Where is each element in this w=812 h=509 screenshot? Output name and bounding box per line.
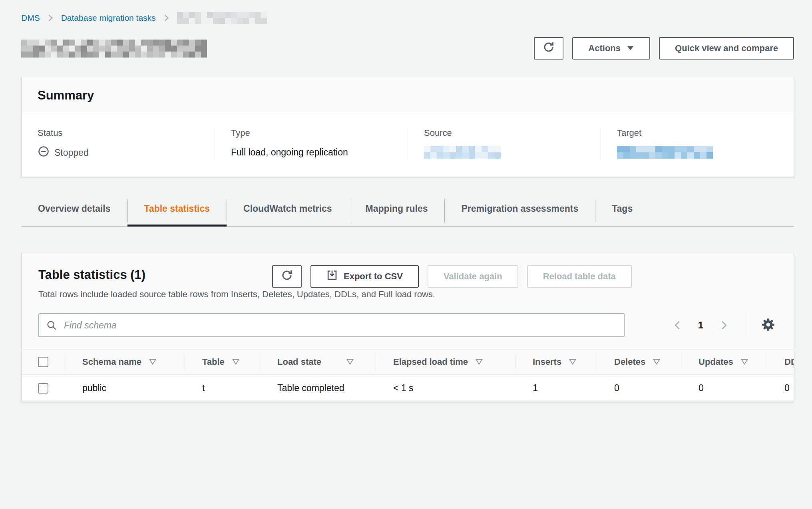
breadcrumb-link-tasks[interactable]: Database migration tasks [61,13,156,23]
breadcrumb: DMS Database migration tasks [21,12,794,24]
cell-elapsed-load-time: < 1 s [376,374,515,402]
reload-table-data-button: Reload table data [527,265,632,288]
table-header-row: Schema name Table Load state Elapse [22,350,794,374]
table-statistics-actions: Export to CSV Validate again Reload tabl… [272,265,632,288]
col-header-updates: Updates [681,350,767,374]
download-icon [326,270,338,283]
tab-premigration-assessments[interactable]: Premigration assessments [444,197,595,226]
cell-load-state: Table completed [260,374,376,402]
table-row: public t Table completed < 1 s 1 0 0 0 [22,374,794,402]
col-header-schema-name: Schema name [65,350,185,374]
dms-task-page: DMS Database migration tasks Actions [0,0,812,402]
reload-label: Reload table data [543,271,616,282]
statistics-table-container: Schema name Table Load state Elapse [22,349,794,402]
preferences-gear-button[interactable] [760,316,777,334]
actions-button[interactable]: Actions [572,37,650,60]
summary-field-source: Source [408,128,601,160]
cell-updates: 0 [681,374,767,402]
summary-card-header: Summary [22,77,794,114]
validate-label: Validate again [444,271,502,282]
sort-filter-icon[interactable] [475,358,483,365]
caret-down-icon [627,43,634,54]
cell-table: t [185,374,260,402]
type-value: Full load, ongoing replication [231,145,392,159]
tab-overview-details[interactable]: Overview details [21,197,127,226]
source-endpoint-link-redacted[interactable] [424,146,501,159]
page-actions: Actions Quick view and compare [534,37,794,60]
chevron-right-icon [163,13,170,23]
col-header-deletes: Deletes [597,350,681,374]
target-label: Target [617,128,778,138]
sort-filter-icon[interactable] [653,358,661,365]
col-label: Schema name [82,357,141,367]
summary-body: Status Stopped Type Full load, ongoing r… [22,114,794,177]
tab-table-statistics[interactable]: Table statistics [127,197,227,226]
refresh-icon [542,41,555,56]
breadcrumb-link-dms[interactable]: DMS [21,13,40,23]
col-label: Updates [699,357,733,367]
cell-deletes: 0 [597,374,681,402]
cell-ddls: 0 [767,374,794,402]
sort-filter-icon[interactable] [149,358,157,365]
row-checkbox[interactable] [38,383,48,394]
type-label: Type [231,128,392,138]
export-label: Export to CSV [344,271,403,282]
search-box [38,313,625,337]
sort-filter-icon[interactable] [346,358,354,365]
breadcrumb-current-redacted [177,12,267,24]
col-header-select [22,350,65,374]
col-label: DDLs [784,357,794,367]
summary-field-target: Target [601,128,794,160]
summary-card: Summary Status Stopped Type Full load, o… [21,77,794,177]
status-text: Stopped [54,147,89,158]
col-header-table: Table [185,350,260,374]
col-header-elapsed-load-time: Elapsed load time [376,350,515,374]
col-label: Inserts [533,357,561,367]
refresh-button[interactable] [534,37,563,60]
refresh-table-button[interactable] [272,265,302,288]
chevron-right-icon [47,13,54,23]
table-statistics-header: Table statistics (1) Total rows include … [22,253,794,300]
col-header-load-state: Load state [260,350,376,374]
stopped-icon [38,145,50,160]
cell-inserts: 1 [515,374,597,402]
table-statistics-description: Total rows include loaded source table r… [38,289,777,300]
task-detail-tabs: Overview details Table statistics CloudW… [21,197,794,227]
summary-title: Summary [38,88,778,103]
sort-filter-icon[interactable] [740,358,748,365]
validate-again-button: Validate again [428,265,518,288]
actions-button-label: Actions [588,43,621,54]
summary-field-type: Type Full load, ongoing replication [215,128,408,160]
table-statistics-panel: Table statistics (1) Total rows include … [21,253,794,402]
previous-page-button [671,318,684,332]
gear-icon [761,318,775,333]
source-label: Source [424,128,585,138]
current-page-number[interactable]: 1 [696,320,706,331]
select-all-checkbox[interactable] [38,357,48,367]
pagination: 1 [671,314,777,337]
refresh-icon [281,269,293,284]
col-label: Table [202,357,225,367]
cell-schema-name: public [65,374,185,402]
quick-view-compare-button[interactable]: Quick view and compare [659,37,794,60]
col-label: Elapsed load time [393,357,468,367]
quick-view-label: Quick view and compare [675,43,778,54]
status-label: Status [38,128,199,138]
tab-mapping-rules[interactable]: Mapping rules [349,197,445,226]
find-schema-input[interactable] [38,313,625,337]
target-endpoint-link-redacted[interactable] [617,146,713,159]
summary-field-status: Status Stopped [22,128,215,160]
tab-tags[interactable]: Tags [595,197,649,226]
sort-filter-icon[interactable] [232,358,240,365]
statistics-table: Schema name Table Load state Elapse [22,350,794,402]
row-select-cell [22,374,65,402]
task-name-redacted [21,40,207,58]
export-to-csv-button[interactable]: Export to CSV [310,265,419,288]
search-row: 1 [22,313,794,337]
tab-cloudwatch-metrics[interactable]: CloudWatch metrics [227,197,349,226]
sort-filter-icon[interactable] [569,358,577,365]
col-label: Load state [277,357,321,367]
col-label: Deletes [614,357,645,367]
col-header-inserts: Inserts [515,350,597,374]
next-page-button [718,318,730,332]
